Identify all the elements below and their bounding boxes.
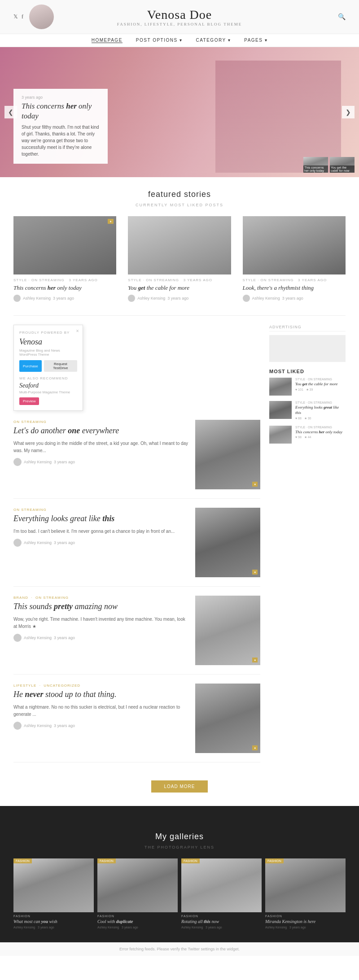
featured-author-2: Ashley Kensing 3 years ago [128, 295, 231, 302]
gallery-img-4[interactable]: FASHION [265, 858, 346, 912]
gallery-card-title-2: Cool with duplicate [97, 919, 178, 924]
post-item-4: LIFESTYLE · UNCATEGORIZED He never stood… [13, 684, 260, 762]
featured-img-1[interactable]: ♦ [13, 216, 116, 274]
post-item-3: BRAND · ON STREAMING This sounds pretty … [13, 596, 260, 675]
featured-img-3[interactable] [243, 216, 346, 274]
load-more-section: Load More [0, 771, 359, 806]
logo-text: Venosa Doe [117, 8, 242, 22]
slider-next-button[interactable]: ❯ [342, 106, 355, 118]
sidebar-most-liked-title: Most liked [269, 369, 346, 374]
sidebar-post-title-2: Everything looks great like this [295, 405, 346, 415]
gallery-img-2[interactable]: FASHION [97, 858, 178, 912]
search-icon[interactable]: 🔍 [338, 13, 346, 21]
sidebar-ad-box [269, 335, 346, 362]
sidebar-post-title-3: This concerns her only today [295, 430, 342, 435]
featured-author-age-2: 3 years ago [167, 296, 188, 301]
header-social: 𝕏 f [13, 4, 54, 29]
featured-card-2: STYLE · ON STREAMING 3 years ago You get… [128, 216, 231, 302]
post-title-2: Everything looks great like this [13, 514, 188, 524]
post-img-4[interactable]: ♦ [195, 684, 260, 753]
post-excerpt-4: What a nightmare. No no no this sucker i… [13, 704, 188, 718]
gallery-card-3: FASHION FASHION Rotating all this now As… [181, 858, 262, 929]
gallery-tag-1: FASHION [13, 858, 32, 863]
gallery-card-title-1: What most can you wish [13, 919, 94, 924]
post-author-age-1: 3 years ago [54, 460, 75, 464]
post-text-4: LIFESTYLE · UNCATEGORIZED He never stood… [13, 684, 188, 753]
post-category-1: ON STREAMING [13, 420, 188, 424]
nav-category[interactable]: CATEGORY ▾ [196, 38, 231, 43]
galleries-subtitle: The Photography Lens [13, 845, 346, 849]
post-author-age-3: 3 years ago [54, 636, 75, 640]
post-title-3: This sounds pretty amazing now [13, 601, 188, 612]
post-text-3: BRAND · ON STREAMING This sounds pretty … [13, 596, 188, 665]
facebook-link[interactable]: f [22, 13, 23, 20]
sidebar-post-text-1: STYLE · ON STREAMING You get the cable f… [295, 378, 338, 392]
post-excerpt-1: What were you doing in the middle of the… [13, 440, 188, 454]
gallery-card-meta-4: FASHION [265, 915, 346, 918]
post-author-2: Ashley Kensing 3 years ago [13, 539, 188, 547]
post-item-inner-3: BRAND · ON STREAMING This sounds pretty … [13, 596, 260, 665]
instagram-error-text: Error fetching feeds. Please verify the … [119, 947, 240, 951]
post-img-2[interactable]: ♦ [195, 508, 260, 577]
nav-pages[interactable]: PAGES ▾ [244, 38, 267, 43]
sidebar-post-img-3[interactable] [269, 426, 292, 444]
post-author-avatar-1 [13, 458, 22, 466]
nav-post-options[interactable]: POST OPTIONS ▾ [136, 38, 183, 43]
featured-meta-3: STYLE · ON STREAMING 3 years ago [243, 278, 346, 282]
sidebar-post-meta-1: STYLE · ON STREAMING [295, 378, 338, 381]
logo-tagline: Fashion, Lifestyle, personal blog theme [117, 22, 242, 26]
featured-author-avatar-1 [13, 295, 21, 302]
load-more-button[interactable]: Load More [151, 780, 207, 793]
twitter-link[interactable]: 𝕏 [13, 13, 18, 20]
slider-prev-button[interactable]: ❮ [4, 106, 17, 118]
post-img-1[interactable]: ♦ [195, 420, 260, 489]
featured-img-2[interactable] [128, 216, 231, 274]
gallery-card-meta-1: FASHION [13, 915, 94, 918]
site-header: 𝕏 f Venosa Doe Fashion, Lifestyle, perso… [0, 0, 359, 34]
featured-card-3: STYLE · ON STREAMING 3 years ago Look, t… [243, 216, 346, 302]
sidebar-post-img-2[interactable] [269, 401, 292, 419]
post-category-4: LIFESTYLE · UNCATEGORIZED [13, 684, 188, 688]
featured-section: featured stories Currently most liked po… [0, 177, 359, 315]
gallery-card-author-2: Ashley Kensing 3 years ago [97, 926, 178, 929]
gallery-img-1[interactable]: FASHION [13, 858, 94, 912]
gallery-tag-4: FASHION [265, 858, 284, 863]
sidebar-post-stats-3: ♥ 98 ★ 44 [295, 436, 342, 439]
featured-meta-2: STYLE · ON STREAMING 3 years ago [128, 278, 231, 282]
featured-meta-1: STYLE · ON STREAMING 3 years ago [13, 278, 116, 282]
post-excerpt-2: I'm too bad. I can't believe it. I'm nev… [13, 528, 188, 535]
slider-thumb-1[interactable]: This concerns her only today [303, 157, 328, 173]
sidebar-post-2: STYLE · ON STREAMING Everything looks gr… [269, 401, 346, 420]
sidebar-post-meta-2: STYLE · ON STREAMING [295, 401, 346, 404]
post-img-3[interactable]: ♦ [195, 596, 260, 665]
header-avatar [29, 4, 54, 29]
popup-rec-desc: Multi-Purpose Magazine Theme [19, 390, 77, 394]
sidebar: Advertising Most liked STYLE · ON STREAM… [269, 325, 346, 771]
post-author-avatar-3 [13, 634, 22, 642]
hero-age: 3 years ago [22, 95, 100, 100]
slider-thumb-2[interactable]: You get the cable for now [330, 157, 355, 173]
sidebar-ad-label: Advertising [269, 325, 346, 331]
popup-testdrive-button[interactable]: Request TestDrive [44, 360, 77, 372]
post-img-badge-2: ♦ [252, 570, 258, 575]
featured-badge-1: ♦ [108, 219, 114, 224]
galleries-section: My galleries The Photography Lens FASHIO… [0, 806, 359, 942]
post-category-3: BRAND · ON STREAMING [13, 596, 188, 600]
post-img-badge-3: ♦ [252, 658, 258, 662]
main-posts: × PROUDLY POWERED BY Venosa Magazine Blo… [13, 325, 260, 771]
hero-overlay: 3 years ago This concerns her only today… [13, 89, 108, 164]
hero-title: This concerns her only today [22, 101, 100, 121]
popup-preview-button[interactable]: Preview [19, 397, 39, 405]
featured-author-age-1: 3 years ago [53, 296, 74, 301]
post-author-4: Ashley Kensing 3 years ago [13, 722, 188, 730]
featured-title: featured stories [0, 177, 359, 203]
sidebar-post-img-1[interactable] [269, 378, 292, 396]
sidebar-post-1: STYLE · ON STREAMING You get the cable f… [269, 378, 346, 396]
popup-label: PROUDLY POWERED BY [19, 331, 77, 335]
popup-purchase-button[interactable]: Purchase [19, 360, 42, 372]
nav-homepage[interactable]: HOMEPAGE [92, 38, 123, 43]
popup-close-button[interactable]: × [76, 328, 79, 335]
popup-widget-top: × PROUDLY POWERED BY Venosa Magazine Blo… [13, 325, 83, 411]
gallery-card-title-4: Miranda Kensington is here [265, 919, 346, 924]
gallery-img-3[interactable]: FASHION [181, 858, 262, 912]
